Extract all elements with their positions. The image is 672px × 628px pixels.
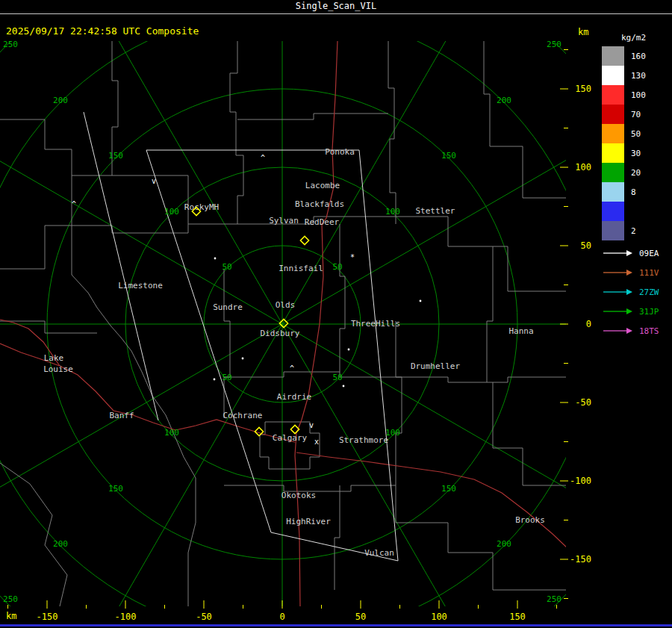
colorbar-entry: 8 [602, 182, 672, 202]
colorbar-swatch [602, 182, 624, 202]
storm-cell-marker [348, 349, 350, 351]
storm-track-legend: 09EA111V27ZW31JP18TS [602, 243, 672, 341]
city-label-highriver: HighRiver [286, 517, 331, 526]
colorbar-swatch [602, 221, 624, 240]
range-label: 150 [108, 151, 123, 161]
x-axis-label: 150 [509, 612, 526, 622]
county-boundary-line [237, 114, 388, 119]
y-axis-label: -150 [570, 554, 591, 565]
y-axis-label: 100 [575, 162, 591, 172]
city-label-louise: Louise [43, 364, 73, 374]
storm-cell-marker [420, 300, 422, 302]
range-label: 50 [222, 262, 231, 272]
storm-cell-marker: ^ [72, 200, 76, 208]
city-label-sundre: Sundre [213, 302, 243, 312]
city-label-innisfail: Innisfail [279, 264, 323, 273]
city-label-okotoks: Okotoks [281, 491, 316, 500]
storm-cell-marker [214, 258, 217, 260]
storm-track-legend-item: 27ZW [602, 282, 672, 302]
storm-track-id: 09EA [639, 249, 659, 258]
range-label: 50 [332, 262, 342, 272]
range-label: 200 [497, 96, 511, 105]
x-axis-label: -150 [37, 612, 58, 622]
storm-cell-marker: x [314, 438, 319, 446]
colorbar-entry: 50 [602, 124, 672, 143]
range-ring-250km [0, 0, 672, 628]
range-label: 50 [332, 373, 342, 382]
storm-cell-marker: ^ [290, 364, 294, 373]
county-boundary-line [0, 224, 237, 269]
city-label-rockymh: RockyMH [184, 202, 219, 212]
radar-map-canvas[interactable]: 5010015020025050100150200250501001502002… [0, 0, 672, 628]
county-boundary-line [487, 246, 493, 382]
county-boundary-line [230, 41, 243, 224]
storm-track-id: 111V [639, 268, 659, 278]
colorbar-swatch [602, 66, 624, 85]
city-label-didsbury: Didsbury [261, 329, 300, 338]
storm-track-id: 31JP [639, 307, 659, 317]
y-axis-label: 150 [575, 84, 591, 94]
range-label: 150 [441, 151, 456, 161]
storm-track-legend-item: 31JP [602, 302, 672, 321]
city-label-banff: Banff [109, 411, 134, 420]
range-label: 150 [441, 484, 456, 494]
storm-cell-marker [242, 358, 244, 360]
city-label-drumheller: Drumheller [411, 361, 461, 371]
county-boundary-line [388, 41, 396, 224]
x-axis-label: 50 [355, 612, 366, 622]
colorbar-swatch [602, 105, 624, 124]
storm-track-arrow-icon [602, 326, 633, 335]
range-label: 100 [164, 207, 179, 217]
city-label-limestone: Limestone [118, 281, 163, 290]
city-label-blackfalds: Blackfalds [295, 199, 344, 209]
colorbar-swatch [602, 202, 624, 221]
storm-cell-marker [343, 385, 345, 388]
county-boundary-line [396, 377, 566, 382]
storm-track-id: 18TS [639, 326, 659, 336]
city-label-airdrie: Airdrie [277, 392, 311, 402]
county-boundary-line [72, 41, 118, 224]
colorbar-value: 2 [631, 226, 636, 236]
storm-track-id: 27ZW [639, 287, 659, 297]
county-boundary-line [396, 485, 566, 590]
city-label-lake: Lake [44, 353, 64, 363]
legend-panel: kg/m2 1601301007050302082 09EA111V27ZW31… [602, 33, 672, 341]
city-label-sylvan: Sylvan [269, 216, 299, 226]
y-axis-label: -50 [575, 397, 591, 408]
range-label: 250 [547, 40, 561, 49]
x-axis-label: -100 [115, 612, 137, 622]
colorbar-entry: 20 [602, 163, 672, 182]
county-boundary-line [484, 41, 566, 198]
y-axis-label: 50 [581, 240, 591, 251]
storm-track-legend-item: 111V [602, 263, 672, 282]
county-boundary-line [340, 224, 345, 372]
azimuth-spoke-330 [0, 0, 282, 324]
storm-cell-marker: * [350, 253, 355, 261]
radar-site-marker [300, 236, 308, 244]
colorbar: 1601301007050302082 [602, 46, 672, 240]
x-axis-label: 100 [431, 612, 447, 622]
range-label: 250 [547, 594, 561, 604]
colorbar-swatch [602, 143, 624, 163]
y-axis-label: -100 [570, 476, 591, 486]
county-boundary-line [112, 175, 188, 224]
colorbar-value: 50 [631, 129, 641, 139]
bottom-divider [0, 624, 672, 627]
azimuth-spoke-120 [282, 324, 672, 628]
range-label: 250 [3, 40, 18, 49]
colorbar-entry: 2 [602, 221, 672, 240]
storm-track-arrow-icon [602, 268, 633, 277]
county-boundary-line [335, 485, 340, 590]
colorbar-value: 30 [631, 149, 641, 158]
county-boundary-line [396, 217, 566, 291]
city-label-stettler: Stettler [416, 206, 455, 216]
city-label-lacombe: Lacombe [305, 181, 340, 190]
colorbar-swatch [602, 46, 624, 66]
colorbar-value: 100 [631, 90, 646, 100]
storm-cell-marker: ^ [261, 154, 265, 162]
map-layers: 5010015020025050100150200250501001502002… [0, 0, 672, 628]
storm-cell-marker: v [152, 177, 156, 185]
colorbar-entry: 130 [602, 66, 672, 85]
range-label: 150 [108, 484, 123, 494]
storm-track-arrow-icon [602, 307, 633, 316]
